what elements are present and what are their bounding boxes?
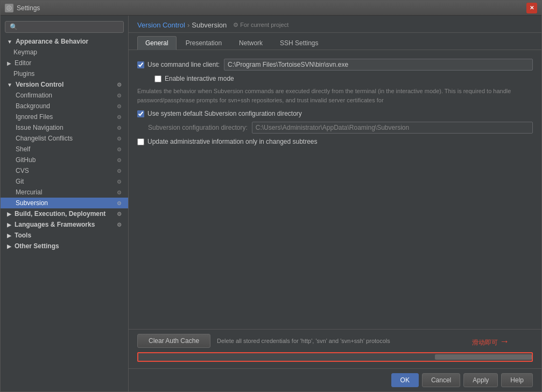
sidebar-item-label: Changelist Conflicts xyxy=(16,135,73,142)
sidebar-item-label: Background xyxy=(16,102,50,110)
panel-header: Version Control › Subversion ⚙ For curre… xyxy=(129,16,541,33)
update-admin-checkbox-label[interactable]: Update administrative information only i… xyxy=(137,138,318,145)
sidebar-item-git[interactable]: Git ⚙ xyxy=(1,176,128,187)
sidebar-item-appearance[interactable]: ▼ Appearance & Behavior xyxy=(1,36,128,47)
settings-icon: ⚙ xyxy=(117,179,122,185)
arrow-right-icon: ▶ xyxy=(7,222,11,228)
apply-button[interactable]: Apply xyxy=(463,373,498,387)
sidebar-item-label: Keymap xyxy=(13,48,37,56)
sidebar-item-label: Issue Navigation xyxy=(16,124,64,131)
settings-icon: ⚙ xyxy=(117,200,122,206)
enable-interactive-label: Enable interactive mode xyxy=(165,75,234,82)
sidebar-item-ignored-files[interactable]: Ignored Files ⚙ xyxy=(1,111,128,122)
sidebar-item-build[interactable]: ▶ Build, Execution, Deployment ⚙ xyxy=(1,208,128,219)
sidebar-item-subversion[interactable]: Subversion ⚙ xyxy=(1,198,128,208)
settings-icon: ⚙ xyxy=(117,190,122,195)
sidebar: 🔍 ▼ Appearance & Behavior Keymap ▶ Edito… xyxy=(1,16,129,391)
search-input[interactable] xyxy=(20,23,119,31)
ok-button[interactable]: OK xyxy=(391,373,419,387)
arrow-down-icon: ▼ xyxy=(7,39,12,45)
sidebar-item-label: Subversion xyxy=(16,199,48,207)
sidebar-item-label: Tools xyxy=(15,232,31,239)
sidebar-item-label: Plugins xyxy=(13,70,34,78)
config-dir-row: Subversion configuration directory: xyxy=(137,122,533,134)
update-admin-checkbox[interactable] xyxy=(137,138,144,145)
title-bar-left: Settings xyxy=(5,4,40,12)
cancel-button[interactable]: Cancel xyxy=(422,373,460,387)
settings-icon: ⚙ xyxy=(117,222,122,228)
use-cmd-client-checkbox[interactable] xyxy=(137,61,144,68)
close-button[interactable]: ✕ xyxy=(526,3,537,13)
sidebar-item-background[interactable]: Background ⚙ xyxy=(1,101,128,111)
settings-icon: ⚙ xyxy=(117,114,122,120)
clear-cache-button[interactable]: Clear Auth Cache xyxy=(137,334,210,348)
arrow-right-icon: ▶ xyxy=(7,211,11,217)
settings-icon: ⚙ xyxy=(117,136,122,142)
sidebar-item-label: Languages & Frameworks xyxy=(15,221,95,228)
sidebar-item-changelist-conflicts[interactable]: Changelist Conflicts ⚙ xyxy=(1,133,128,144)
main-panel: Version Control › Subversion ⚙ For curre… xyxy=(129,16,541,391)
scroll-hint-text: 滑动即可 xyxy=(472,339,498,346)
sidebar-item-github[interactable]: GitHub ⚙ xyxy=(1,155,128,165)
tab-ssh-settings[interactable]: SSH Settings xyxy=(272,36,326,50)
enable-interactive-checkbox[interactable] xyxy=(154,75,161,82)
title-bar: Settings ✕ xyxy=(1,1,541,16)
sidebar-item-languages[interactable]: ▶ Languages & Frameworks ⚙ xyxy=(1,219,128,230)
config-dir-input[interactable] xyxy=(252,122,533,134)
panel-body: Use command line client: Enable interact… xyxy=(129,50,541,329)
sidebar-item-shelf[interactable]: Shelf ⚙ xyxy=(1,144,128,155)
breadcrumb-separator: › xyxy=(187,21,189,29)
settings-app-icon xyxy=(5,4,13,12)
search-box[interactable]: 🔍 xyxy=(5,21,124,33)
sidebar-item-label: Version Control xyxy=(16,81,64,88)
settings-icon: ⚙ xyxy=(117,157,122,163)
dialog-buttons: OK Cancel Apply Help xyxy=(129,368,541,391)
sidebar-item-label: Ignored Files xyxy=(16,113,53,121)
settings-icon: ⚙ xyxy=(117,82,122,88)
scroll-bar-container xyxy=(137,352,533,362)
breadcrumb-parent[interactable]: Version Control xyxy=(137,21,185,29)
use-system-default-checkbox-label[interactable]: Use system default Subversion configurat… xyxy=(137,110,302,117)
sidebar-item-version-control[interactable]: ▼ Version Control ⚙ xyxy=(1,79,128,90)
tab-presentation[interactable]: Presentation xyxy=(178,36,230,50)
config-dir-label: Subversion configuration directory: xyxy=(148,124,248,131)
use-cmd-client-label: Use command line client: xyxy=(147,61,220,68)
sidebar-item-plugins[interactable]: Plugins xyxy=(1,68,128,79)
arrow-right-icon: → xyxy=(499,336,509,347)
arrow-right-icon: ▶ xyxy=(7,243,11,249)
sidebar-item-label: Build, Execution, Deployment xyxy=(15,210,105,218)
sidebar-item-confirmation[interactable]: Confirmation ⚙ xyxy=(1,90,128,101)
sidebar-item-other[interactable]: ▶ Other Settings xyxy=(1,241,128,251)
enable-interactive-checkbox-label[interactable]: Enable interactive mode xyxy=(154,75,234,82)
svg-point-1 xyxy=(9,7,10,9)
use-system-default-checkbox[interactable] xyxy=(137,110,144,117)
settings-window: Settings ✕ 🔍 ▼ Appearance & Behavior Key… xyxy=(0,0,542,392)
sidebar-item-label: Other Settings xyxy=(15,242,59,250)
sidebar-item-tools[interactable]: ▶ Tools xyxy=(1,230,128,241)
for-project-label: ⚙ For current project xyxy=(233,22,288,29)
sidebar-item-label: Editor xyxy=(15,59,31,67)
sidebar-item-issue-navigation[interactable]: Issue Navigation ⚙ xyxy=(1,122,128,133)
sidebar-item-cvs[interactable]: CVS ⚙ xyxy=(1,165,128,176)
settings-icon: ⚙ xyxy=(117,93,122,99)
sidebar-item-label: Appearance & Behavior xyxy=(16,38,88,45)
help-button[interactable]: Help xyxy=(501,373,533,387)
settings-icon: ⚙ xyxy=(117,211,122,217)
breadcrumb-current: Subversion xyxy=(192,21,227,29)
scroll-bar-thumb[interactable] xyxy=(435,354,532,360)
use-system-default-row: Use system default Subversion configurat… xyxy=(137,110,533,117)
sidebar-item-editor[interactable]: ▶ Editor xyxy=(1,58,128,68)
sidebar-item-keymap[interactable]: Keymap xyxy=(1,47,128,58)
use-cmd-client-checkbox-label[interactable]: Use command line client: xyxy=(137,61,220,68)
tab-general[interactable]: General xyxy=(137,36,177,50)
arrow-right-icon: ▶ xyxy=(7,60,11,66)
tab-bar: General Presentation Network SSH Setting… xyxy=(129,33,541,50)
tab-network[interactable]: Network xyxy=(231,36,271,50)
cmd-client-input[interactable] xyxy=(224,59,533,71)
sidebar-item-label: Shelf xyxy=(16,145,30,153)
sidebar-item-label: CVS xyxy=(16,167,29,174)
settings-icon: ⚙ xyxy=(117,168,122,174)
sidebar-item-mercurial[interactable]: Mercurial ⚙ xyxy=(1,187,128,198)
update-admin-label: Update administrative information only i… xyxy=(147,138,318,145)
window-title: Settings xyxy=(17,4,40,12)
